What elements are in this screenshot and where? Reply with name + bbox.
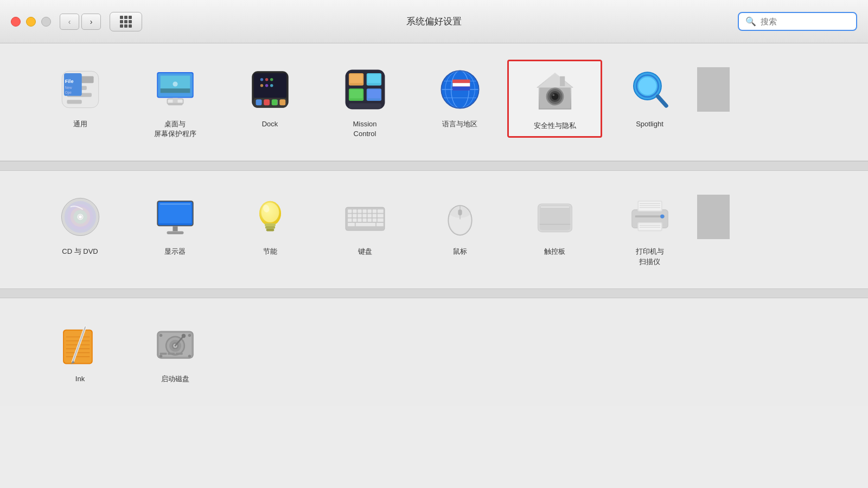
- svg-text:Ope: Ope: [65, 91, 71, 95]
- minimize-button[interactable]: [26, 17, 36, 27]
- svg-rect-169: [168, 352, 175, 355]
- svg-rect-24: [264, 99, 270, 105]
- icon-item-mouse[interactable]: 鼠标: [412, 187, 507, 262]
- icon-wrapper-cd: [56, 192, 105, 241]
- row3-section: Ink: [0, 298, 868, 406]
- icon-item-energy[interactable]: 节能: [222, 187, 317, 262]
- icon-item-notifications-partial[interactable]: [697, 60, 730, 125]
- icon-label-energy: 节能: [263, 247, 277, 256]
- svg-rect-168: [159, 352, 167, 355]
- svg-rect-85: [167, 232, 183, 234]
- icon-wrapper-sound: [697, 192, 730, 241]
- notifications-icon-partial: [697, 67, 730, 112]
- icon-wrapper-mission-control: [341, 65, 390, 114]
- svg-rect-136: [639, 202, 661, 210]
- svg-rect-99: [353, 210, 356, 213]
- icon-wrapper-desktop: [151, 65, 200, 114]
- svg-rect-141: [639, 223, 661, 230]
- icon-item-display[interactable]: 显示器: [127, 187, 222, 262]
- icon-item-trackpad[interactable]: 触控板: [507, 187, 602, 262]
- icon-label-general: 通用: [73, 119, 87, 129]
- svg-rect-53: [452, 83, 470, 86]
- svg-line-69: [658, 97, 666, 106]
- svg-rect-121: [376, 223, 383, 226]
- svg-point-174: [188, 355, 190, 357]
- icon-item-printer[interactable]: 打印机与扫描仪: [602, 187, 697, 272]
- svg-point-28: [260, 78, 263, 81]
- icon-item-keyboard[interactable]: 键盘: [317, 187, 412, 262]
- icon-item-spotlight[interactable]: Spotlight: [602, 60, 697, 134]
- icon-label-trackpad: 触控板: [544, 247, 565, 256]
- cd-icon: [58, 195, 103, 239]
- svg-rect-144: [635, 216, 665, 218]
- icon-item-mission-control[interactable]: MissionControl: [317, 60, 412, 144]
- svg-rect-111: [377, 214, 383, 217]
- svg-rect-42: [367, 89, 380, 98]
- svg-point-68: [639, 77, 656, 95]
- svg-rect-114: [358, 219, 361, 222]
- svg-point-31: [260, 84, 263, 87]
- general-icon: File New Ope: [58, 67, 103, 112]
- icon-wrapper-trackpad: [531, 192, 579, 241]
- svg-point-172: [188, 334, 190, 337]
- row1-section: File New Ope 通用: [0, 43, 868, 161]
- back-button[interactable]: ‹: [60, 14, 79, 30]
- icon-wrapper-dock: [246, 65, 295, 114]
- icon-item-security[interactable]: 安全性与隐私: [507, 60, 602, 138]
- icon-item-ink[interactable]: Ink: [33, 314, 127, 389]
- icon-item-startup[interactable]: 启动磁盘: [127, 314, 222, 389]
- icon-label-cd: CD 与 DVD: [62, 247, 98, 256]
- grid-view-button[interactable]: [110, 12, 142, 31]
- forward-button[interactable]: ›: [81, 14, 101, 30]
- icon-item-language[interactable]: 语言与地区: [412, 60, 507, 134]
- svg-rect-102: [367, 210, 371, 213]
- icon-wrapper-printer: [626, 192, 674, 241]
- ink-icon: [58, 322, 103, 367]
- icon-wrapper-spotlight: [626, 65, 674, 114]
- svg-point-29: [265, 78, 267, 81]
- icon-label-startup: 启动磁盘: [161, 374, 189, 384]
- svg-rect-109: [367, 214, 371, 217]
- main-content: File New Ope 通用: [0, 43, 868, 488]
- section-divider-1: [0, 161, 868, 171]
- icon-wrapper-display: [151, 192, 200, 241]
- section-divider-2: [0, 288, 868, 298]
- svg-text:File: File: [65, 79, 73, 84]
- icon-item-general[interactable]: File New Ope 通用: [33, 60, 127, 134]
- svg-rect-110: [372, 214, 376, 217]
- mouse-icon: [438, 195, 482, 239]
- security-icon: [533, 69, 577, 113]
- search-input[interactable]: [761, 17, 850, 26]
- icon-label-ink: Ink: [75, 374, 85, 384]
- row2-section: CD 与 DVD: [0, 171, 868, 288]
- svg-point-145: [660, 215, 664, 219]
- icon-wrapper-security: [531, 67, 579, 115]
- spotlight-icon: [628, 67, 672, 112]
- icon-label-display: 显示器: [164, 247, 186, 256]
- icon-item-sound-partial[interactable]: [697, 187, 730, 252]
- icon-wrapper-language: [436, 65, 484, 114]
- icon-label-keyboard: 键盘: [358, 247, 372, 256]
- close-button[interactable]: [11, 17, 21, 27]
- display-icon: [153, 195, 197, 239]
- svg-rect-64: [560, 76, 565, 86]
- icon-item-desktop[interactable]: 桌面与屏幕保护程序: [127, 60, 222, 144]
- search-icon: 🔍: [745, 16, 756, 27]
- icon-wrapper-notifications: [697, 65, 730, 114]
- icon-wrapper-startup: [151, 320, 200, 369]
- svg-rect-52: [452, 80, 470, 83]
- svg-point-167: [181, 334, 185, 338]
- svg-point-62: [551, 93, 558, 100]
- icon-item-dock[interactable]: Dock: [222, 60, 317, 134]
- maximize-button[interactable]: [41, 17, 51, 27]
- svg-marker-57: [538, 74, 572, 88]
- svg-rect-126: [458, 210, 462, 216]
- icon-item-cd[interactable]: CD 与 DVD: [33, 187, 127, 262]
- svg-rect-83: [158, 203, 191, 223]
- svg-rect-23: [256, 99, 261, 105]
- svg-rect-4: [67, 100, 81, 104]
- svg-rect-106: [353, 214, 356, 217]
- search-box[interactable]: 🔍: [738, 12, 857, 31]
- svg-rect-146: [697, 195, 730, 239]
- svg-point-173: [159, 355, 162, 357]
